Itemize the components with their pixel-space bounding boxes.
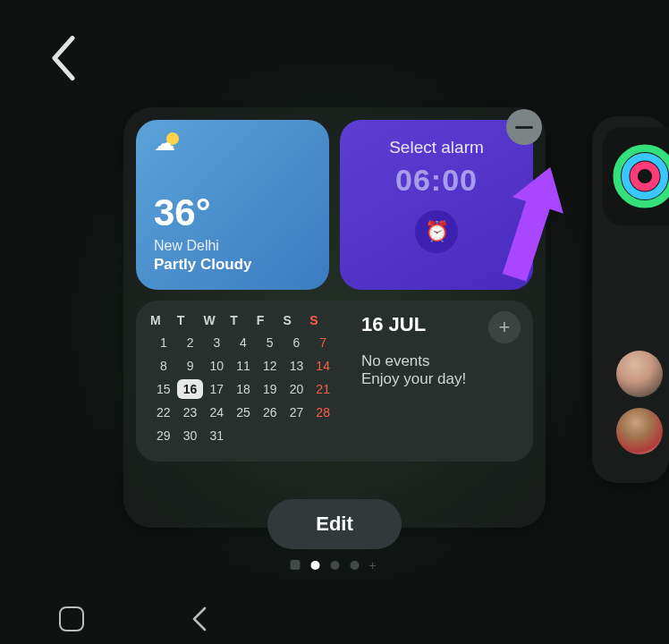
calendar-day[interactable]: 28 — [309, 402, 336, 422]
svg-point-2 — [634, 165, 656, 188]
dow-label: T — [230, 313, 257, 327]
weather-icon — [154, 136, 184, 157]
calendar-day[interactable]: 4 — [230, 333, 257, 352]
dow-label: F — [257, 313, 284, 327]
calendar-day[interactable]: 11 — [230, 356, 257, 376]
page-dot-home[interactable] — [291, 560, 301, 570]
calendar-day[interactable]: 26 — [257, 402, 284, 422]
calendar-grid: MTWTFSS 12345678910111213141516171819202… — [150, 313, 336, 449]
calendar-day[interactable]: 20 — [284, 379, 310, 399]
calendar-day[interactable]: 8 — [150, 356, 177, 376]
calendar-day[interactable]: 19 — [257, 379, 284, 399]
calendar-day[interactable]: 29 — [150, 426, 177, 445]
calendar-day[interactable]: 5 — [257, 333, 284, 352]
calendar-day[interactable]: 21 — [309, 379, 336, 399]
calendar-day[interactable]: 27 — [284, 402, 310, 422]
contacts-widget[interactable] — [603, 351, 669, 454]
calendar-day[interactable]: 9 — [177, 356, 204, 376]
page-indicator[interactable] — [291, 560, 379, 570]
calendar-day[interactable]: 15 — [150, 379, 177, 399]
page-dot[interactable] — [331, 561, 340, 570]
alarm-clock-icon: ⏰ — [415, 210, 458, 253]
calendar-day[interactable]: 22 — [150, 402, 177, 422]
page-dot[interactable] — [351, 561, 360, 570]
calendar-day[interactable]: 7 — [309, 333, 336, 352]
system-nav — [0, 606, 669, 631]
edit-button[interactable]: Edit — [267, 499, 402, 549]
alarm-title: Select alarm — [389, 138, 484, 157]
side-widget-panel — [592, 116, 669, 483]
calendar-day[interactable]: 23 — [177, 402, 204, 422]
recent-apps-button[interactable] — [59, 606, 84, 631]
add-page-button[interactable] — [370, 561, 379, 570]
calendar-day[interactable]: 30 — [177, 426, 204, 445]
back-button[interactable] — [49, 36, 78, 80]
alarm-widget[interactable]: Select alarm 06:00 ⏰ — [340, 120, 533, 290]
calendar-day[interactable]: 13 — [284, 356, 310, 376]
temperature: 36° — [154, 191, 311, 234]
calendar-day[interactable]: 17 — [203, 379, 230, 399]
avatar[interactable] — [616, 408, 663, 454]
dow-label: W — [203, 313, 230, 327]
calendar-day[interactable]: 31 — [203, 426, 230, 445]
dow-label: T — [177, 313, 204, 327]
dow-label: S — [309, 313, 336, 327]
calendar-day[interactable]: 14 — [309, 356, 336, 376]
calendar-day[interactable]: 10 — [203, 356, 230, 376]
calendar-widget[interactable]: MTWTFSS 12345678910111213141516171819202… — [136, 301, 533, 462]
page-dot[interactable] — [311, 561, 320, 570]
calendar-day[interactable]: 12 — [257, 356, 284, 376]
calendar-day[interactable]: 2 — [177, 333, 204, 352]
alarm-time: 06:00 — [395, 163, 478, 198]
dow-label: M — [150, 313, 177, 327]
no-events-label: No events — [361, 352, 519, 370]
calendar-day[interactable]: 3 — [203, 333, 230, 352]
city-label: New Delhi — [154, 238, 311, 254]
calendar-day[interactable]: 16 — [177, 379, 204, 399]
nav-back-button[interactable] — [191, 606, 207, 631]
dow-label: S — [284, 313, 310, 327]
avatar[interactable] — [616, 351, 663, 397]
weather-widget[interactable]: 36° New Delhi Partly Cloudy — [136, 120, 329, 290]
calendar-day[interactable]: 1 — [150, 333, 177, 352]
add-event-button[interactable]: + — [488, 311, 521, 343]
enjoy-label: Enjoy your day! — [361, 370, 519, 388]
remove-widget-button[interactable] — [506, 109, 542, 145]
calendar-day[interactable]: 25 — [230, 402, 257, 422]
condition-label: Partly Cloudy — [154, 256, 311, 274]
calendar-day[interactable]: 6 — [284, 333, 310, 352]
calendar-day[interactable]: 24 — [203, 402, 230, 422]
widget-panel: 36° New Delhi Partly Cloudy Select alarm… — [123, 107, 546, 528]
calendar-day[interactable]: 18 — [230, 379, 257, 399]
activity-rings-widget[interactable] — [603, 127, 669, 225]
